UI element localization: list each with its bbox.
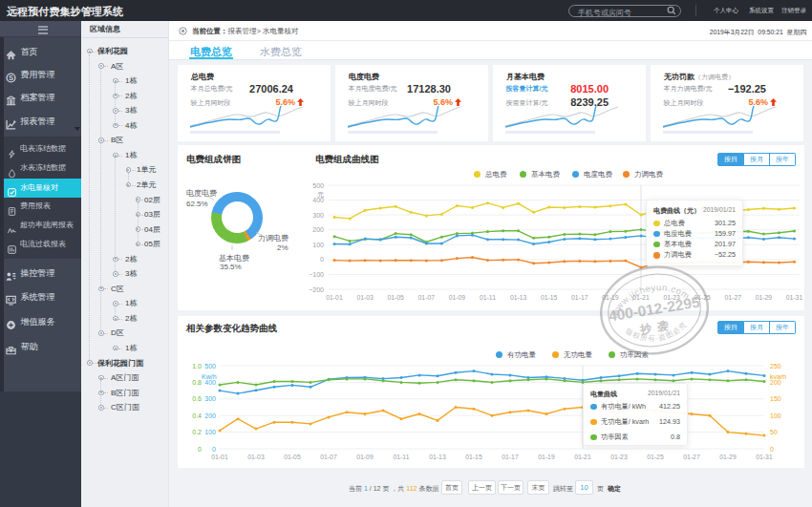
svg-text:01-05: 01-05 bbox=[388, 294, 405, 301]
svg-text:01-25: 01-25 bbox=[647, 454, 664, 460]
svg-text:01-01: 01-01 bbox=[211, 454, 228, 460]
svg-text:01-21: 01-21 bbox=[632, 294, 650, 301]
svg-text:Kw/h: Kw/h bbox=[202, 373, 217, 380]
svg-text:kvarh: kvarh bbox=[770, 373, 786, 380]
svg-text:元: 元 bbox=[317, 191, 324, 198]
svg-text:250: 250 bbox=[770, 363, 781, 370]
svg-text:01-29: 01-29 bbox=[756, 294, 773, 301]
svg-text:01-07: 01-07 bbox=[320, 454, 337, 460]
svg-text:0: 0 bbox=[770, 446, 774, 453]
svg-text:S: S bbox=[9, 74, 13, 82]
svg-text:01-13: 01-13 bbox=[429, 454, 446, 460]
svg-text:01-01: 01-01 bbox=[326, 294, 343, 301]
svg-text:0: 0 bbox=[198, 446, 202, 453]
svg-text:01-25: 01-25 bbox=[694, 294, 712, 301]
svg-text:01-23: 01-23 bbox=[610, 454, 628, 460]
svg-text:0: 0 bbox=[320, 256, 324, 263]
svg-text:300: 300 bbox=[204, 395, 216, 402]
svg-text:01-19: 01-19 bbox=[538, 454, 555, 460]
svg-text:−100: −100 bbox=[309, 271, 324, 278]
svg-text:01-15: 01-15 bbox=[541, 294, 558, 301]
svg-text:01-05: 01-05 bbox=[284, 454, 301, 460]
svg-text:01-15: 01-15 bbox=[465, 454, 482, 460]
svg-text:100: 100 bbox=[770, 412, 781, 419]
svg-text:400: 400 bbox=[312, 197, 324, 203]
svg-text:200: 200 bbox=[204, 412, 216, 419]
svg-text:01-27: 01-27 bbox=[683, 454, 700, 460]
svg-text:01-31: 01-31 bbox=[786, 294, 803, 301]
svg-text:100: 100 bbox=[312, 242, 324, 248]
svg-text:01-23: 01-23 bbox=[663, 294, 680, 301]
svg-text:01-11: 01-11 bbox=[480, 294, 496, 301]
svg-text:01-11: 01-11 bbox=[394, 454, 410, 460]
svg-text:0.8: 0.8 bbox=[192, 379, 202, 386]
svg-text:500: 500 bbox=[204, 363, 216, 370]
svg-text:0.2: 0.2 bbox=[192, 429, 202, 435]
svg-text:50: 50 bbox=[770, 429, 778, 435]
svg-text:01-09: 01-09 bbox=[449, 294, 466, 301]
svg-text:01-17: 01-17 bbox=[502, 454, 519, 460]
svg-text:0.4: 0.4 bbox=[192, 412, 202, 419]
svg-text:01-31: 01-31 bbox=[756, 454, 773, 460]
svg-text:200: 200 bbox=[312, 226, 324, 233]
svg-text:01-03: 01-03 bbox=[356, 294, 374, 301]
svg-text:01-07: 01-07 bbox=[418, 294, 436, 301]
svg-text:01-27: 01-27 bbox=[725, 294, 742, 301]
svg-text:300: 300 bbox=[312, 212, 324, 219]
svg-text:01-21: 01-21 bbox=[574, 454, 591, 460]
svg-text:100: 100 bbox=[204, 429, 216, 435]
svg-text:01-29: 01-29 bbox=[719, 454, 737, 460]
svg-text:150: 150 bbox=[770, 395, 781, 402]
svg-text:−200: −200 bbox=[309, 286, 324, 293]
svg-text:01-09: 01-09 bbox=[356, 454, 374, 460]
svg-text:01-19: 01-19 bbox=[602, 294, 619, 301]
svg-text:01-13: 01-13 bbox=[510, 294, 527, 301]
svg-text:1.0: 1.0 bbox=[192, 363, 202, 370]
svg-text:01-17: 01-17 bbox=[571, 294, 588, 301]
svg-text:500: 500 bbox=[312, 182, 324, 189]
svg-text:01-03: 01-03 bbox=[247, 454, 265, 460]
svg-text:0.6: 0.6 bbox=[192, 395, 202, 402]
svg-text:0: 0 bbox=[212, 446, 216, 453]
